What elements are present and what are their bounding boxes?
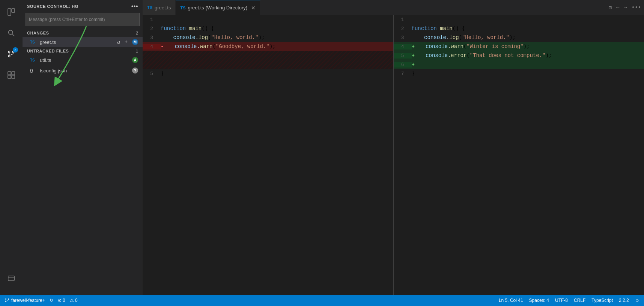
svg-point-4 [8,51,10,53]
explorer-icon[interactable] [2,3,20,21]
search-icon[interactable] [2,24,20,42]
untracked-badge: ? [132,68,138,74]
untracked-label: UNTRACKED FILES [27,49,69,53]
nav-forward-icon[interactable]: → [624,4,627,10]
svg-point-6 [8,55,10,57]
untracked-count: 1 [136,49,138,53]
util-ts-item[interactable]: TS util.ts A [23,55,143,65]
right-code-lines: 1 2 function main() { 3 console.log("Hel… [394,15,644,295]
tab-close-icon[interactable]: ✕ [251,5,256,11]
split-editor-icon[interactable]: ⊡ [609,4,612,11]
position-item[interactable]: Ln 5, Col 41 [499,298,523,303]
svg-rect-0 [8,9,11,15]
language-item[interactable]: TypeScript [591,298,613,303]
stage-icon[interactable]: + [123,39,129,45]
right-line-4-added: 4 + console.warn("Winter is coming"); [394,42,644,51]
status-left: farewell-feature+ ↻ ⊘ 0 ⚠ 0 [5,298,78,303]
util-ts-name: util.ts [40,57,131,63]
svg-rect-12 [8,276,15,281]
changes-section-header[interactable]: CHANGES 2 [23,29,143,37]
tab-label-2: greet.ts (Working Directory) [188,5,247,10]
changes-count: 2 [136,31,138,35]
nav-back-icon[interactable]: ← [616,4,619,10]
commit-message-input[interactable]: Message (press Ctrl+Enter to commit) [26,13,140,26]
encoding-item[interactable]: UTF-8 [555,298,568,303]
extensions-icon[interactable] [2,66,20,84]
svg-point-15 [5,298,6,300]
more-actions-icon[interactable]: ••• [632,4,641,10]
left-empty-deleted [143,51,393,69]
version-item[interactable]: 2.2.2 [619,298,629,303]
smiley-icon[interactable]: ☺ [635,298,639,303]
svg-point-2 [9,30,13,34]
json-icon: {} [30,69,38,73]
left-line-5: 5 } [143,69,393,78]
tab-ts-icon-2: TS [180,6,185,10]
line-ending-item[interactable]: CRLF [574,298,585,303]
editor-area: TS greet.ts TS greet.ts (Working Directo… [143,0,644,295]
errors-label: ⊘ 0 [58,298,65,303]
greet-ts-changes-item[interactable]: TS greet.ts ↺ + M [23,37,143,47]
warnings-label: ⚠ 0 [70,298,78,303]
right-line-3: 3 console.log("Hello, world."); [394,33,644,42]
branch-item[interactable]: farewell-feature+ [5,298,45,303]
svg-point-16 [8,298,9,300]
svg-rect-1 [12,9,15,12]
left-line-4-deleted: 4 - console.warn("Goodbye, world."); [143,42,393,51]
greet-ts-name: greet.ts [40,39,116,45]
file-actions: ↺ + [116,39,129,45]
tab-ts-icon-1: TS [147,5,152,10]
left-line-3: 3 console.log("Hello, world."); [143,33,393,42]
untracked-section-header[interactable]: UNTRACKED FILES 1 [23,47,143,55]
revert-icon[interactable]: ↺ [116,39,122,45]
tab-label-1: greet.ts [155,5,171,10]
activity-bar: 3 [0,0,23,295]
svg-line-3 [12,34,15,36]
sync-item[interactable]: ↻ [50,298,53,303]
editors-split: 1 2 function main() { 3 console.log("Hel… [143,15,644,295]
commit-placeholder: Message (press Ctrl+Enter to commit) [29,17,105,22]
spaces-item[interactable]: Spaces: 4 [529,298,549,303]
left-line-1: 1 [143,15,393,24]
remote-icon[interactable] [2,269,20,287]
right-line-7: 7 } [394,69,644,78]
ts-icon-util: TS [30,58,38,62]
svg-rect-10 [8,75,11,78]
right-code-area[interactable]: 1 2 function main() { 3 console.log("Hel… [394,15,644,295]
warnings-item[interactable]: ⚠ 0 [70,298,78,303]
right-line-6-added: 6 + [394,60,644,69]
svg-rect-9 [12,72,15,75]
status-bar: farewell-feature+ ↻ ⊘ 0 ⚠ 0 Ln 5, Col 41… [0,295,644,306]
svg-rect-11 [12,75,15,78]
tab-greet-ts-working[interactable]: TS greet.ts (Working Directory) ✕ [176,0,260,15]
tsconfig-name: tsconfig.json [40,68,131,74]
svg-point-17 [5,301,6,302]
source-control-badge: 3 [13,47,18,52]
changes-label: CHANGES [27,31,49,35]
branch-icon [5,298,10,303]
source-control-icon[interactable]: 3 [2,45,20,63]
sidebar-title: SOURCE CONTROL: HG [27,4,78,9]
sidebar: SOURCE CONTROL: HG ••• Message (press Ct… [23,0,143,295]
right-line-2: 2 function main() { [394,24,644,33]
tsconfig-item[interactable]: {} tsconfig.json ? [23,65,143,76]
sidebar-more-icon[interactable]: ••• [131,3,138,10]
left-line-2: 2 function main() { [143,24,393,33]
modified-badge: M [132,39,138,45]
left-code-area[interactable]: 1 2 function main() { 3 console.log("Hel… [143,15,393,295]
sidebar-header: SOURCE CONTROL: HG ••• [23,0,143,13]
tabs-bar: TS greet.ts TS greet.ts (Working Directo… [143,0,644,15]
left-code-lines: 1 2 function main() { 3 console.log("Hel… [143,15,393,295]
right-editor-pane: 1 2 function main() { 3 console.log("Hel… [393,15,644,295]
svg-rect-8 [8,72,11,75]
ts-icon: TS [30,40,38,44]
errors-item[interactable]: ⊘ 0 [58,298,65,303]
tab-greet-ts[interactable]: TS greet.ts [143,0,176,15]
status-right: Ln 5, Col 41 Spaces: 4 UTF-8 CRLF TypeSc… [499,298,639,303]
added-badge: A [132,57,138,63]
sync-icon: ↻ [50,298,53,303]
tabs-right-icons: ⊡ ← → ••• [609,4,644,11]
right-line-5-added: 5 + console.error("That does not compute… [394,51,644,60]
left-editor-pane: 1 2 function main() { 3 console.log("Hel… [143,15,393,295]
right-line-1: 1 [394,15,644,24]
